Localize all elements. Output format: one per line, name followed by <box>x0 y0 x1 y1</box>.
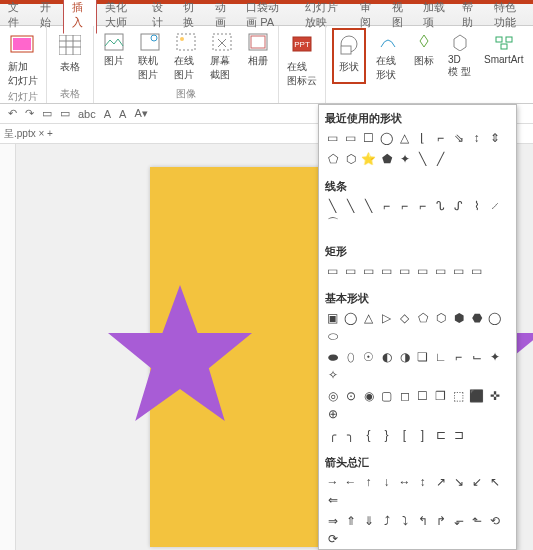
shape-option[interactable]: ⇘ <box>451 130 466 145</box>
mini-tool[interactable]: ▭ <box>58 107 72 120</box>
shape-option[interactable]: ⌐ <box>379 198 394 213</box>
shape-option[interactable]: ↔ <box>397 474 412 489</box>
shape-option[interactable]: ▭ <box>325 263 340 278</box>
shape-option[interactable]: ⬠ <box>415 310 430 325</box>
shape-option[interactable]: ⇒ <box>325 513 340 528</box>
shape-option[interactable]: ⟳ <box>325 531 340 546</box>
shape-option[interactable]: ⌊ <box>415 130 430 145</box>
shape-option[interactable]: ᔐ <box>433 198 448 213</box>
shape-option[interactable]: △ <box>397 130 412 145</box>
mini-tool[interactable]: ↶ <box>6 107 19 120</box>
shape-option[interactable]: ⬑ <box>469 513 484 528</box>
mini-tool[interactable]: A <box>102 108 113 120</box>
shape-option[interactable]: ╮ <box>343 427 358 442</box>
shape-option[interactable]: ▢ <box>379 388 394 403</box>
shape-option[interactable]: ╭ <box>325 427 340 442</box>
shape-option[interactable]: ▭ <box>433 263 448 278</box>
shape-option[interactable]: ╲ <box>415 151 430 166</box>
shape-option[interactable]: ▭ <box>469 263 484 278</box>
shape-option[interactable]: ▭ <box>379 263 394 278</box>
photo-album-button[interactable]: 相册 <box>244 28 272 84</box>
shape-option[interactable]: ⬡ <box>343 151 358 166</box>
shape-option[interactable]: ⤵ <box>397 513 412 528</box>
shape-option[interactable]: ] <box>415 427 430 442</box>
smartart-button[interactable]: SmartArt <box>482 28 525 84</box>
shape-option[interactable]: ☉ <box>361 349 376 364</box>
shape-option[interactable]: ⇕ <box>487 130 502 145</box>
shape-option[interactable]: ⌒ <box>325 216 340 231</box>
shape-option[interactable]: ✜ <box>487 388 502 403</box>
shape-option[interactable]: ✦ <box>397 151 412 166</box>
shape-option[interactable]: ⊏ <box>433 427 448 442</box>
mini-tool[interactable]: ↷ <box>23 107 36 120</box>
shape-option[interactable]: ╲ <box>325 198 340 213</box>
shape-option[interactable]: ↘ <box>451 474 466 489</box>
shape-option[interactable]: ⌐ <box>451 349 466 364</box>
shape-option[interactable]: ▭ <box>397 263 412 278</box>
shape-option[interactable]: ⬠ <box>325 151 340 166</box>
shape-option[interactable]: ↑ <box>361 474 376 489</box>
shape-option[interactable]: ⟋ <box>487 198 502 213</box>
shape-option[interactable]: ⬐ <box>451 513 466 528</box>
online-icon-button[interactable]: PPT在线 图标云 <box>285 28 319 90</box>
shape-option[interactable]: ᔑ <box>451 198 466 213</box>
shape-option[interactable]: ◯ <box>379 130 394 145</box>
shape-option[interactable]: ❐ <box>433 388 448 403</box>
shape-option[interactable]: ◑ <box>397 349 412 364</box>
mini-tool[interactable]: A▾ <box>132 107 149 120</box>
shape-option[interactable]: ⤴ <box>379 513 394 528</box>
shape-option[interactable]: ⟲ <box>487 513 502 528</box>
icons-button[interactable]: 图标 <box>410 28 438 84</box>
shape-option[interactable]: ↖ <box>487 474 502 489</box>
shape-option[interactable]: ⌐ <box>397 198 412 213</box>
shape-option[interactable]: ⇑ <box>343 513 358 528</box>
shape-option[interactable]: ╱ <box>433 151 448 166</box>
screenshot-button[interactable]: 屏幕截图 <box>208 28 236 84</box>
shape-option[interactable]: ⇐ <box>325 492 340 507</box>
shape-option[interactable]: ⬡ <box>433 310 448 325</box>
shape-option[interactable]: ⬬ <box>325 349 340 364</box>
shape-option[interactable]: ⬢ <box>451 310 466 325</box>
shape-option[interactable]: ◇ <box>397 310 412 325</box>
shape-option[interactable]: ↗ <box>433 474 448 489</box>
shape-option[interactable]: ◯ <box>487 310 502 325</box>
shape-option[interactable]: ⬣ <box>469 310 484 325</box>
shape-option[interactable]: ▭ <box>343 263 358 278</box>
shape-option[interactable]: ↙ <box>469 474 484 489</box>
shape-option[interactable]: ← <box>343 474 358 489</box>
shape-option[interactable]: { <box>361 427 376 442</box>
shape-option[interactable]: ❏ <box>415 349 430 364</box>
shape-option[interactable]: ◯ <box>343 310 358 325</box>
shape-option[interactable]: ⬟ <box>379 151 394 166</box>
shape-option[interactable]: ╲ <box>361 198 376 213</box>
slide-thumbnail-pane[interactable] <box>0 144 16 550</box>
shape-option[interactable]: ▷ <box>379 310 394 325</box>
shape-option[interactable]: ▣ <box>325 310 340 325</box>
shape-option[interactable]: ⊕ <box>325 406 340 421</box>
mini-tool[interactable]: ▭ <box>40 107 54 120</box>
new-slide-button[interactable]: 新加 幻灯片 <box>6 28 40 90</box>
shape-option[interactable]: ☐ <box>361 130 376 145</box>
shape-option[interactable]: ↱ <box>433 513 448 528</box>
shape-option[interactable]: ⊐ <box>451 427 466 442</box>
shape-option[interactable]: ↓ <box>379 474 394 489</box>
shape-option[interactable]: → <box>325 474 340 489</box>
shape-option[interactable]: ▭ <box>325 130 340 145</box>
shape-option[interactable]: ⬚ <box>451 388 466 403</box>
shape-option[interactable]: ⬯ <box>343 349 358 364</box>
shape-option[interactable]: ⌇ <box>469 198 484 213</box>
shape-option[interactable]: ▭ <box>361 263 376 278</box>
shape-option[interactable]: ↰ <box>415 513 430 528</box>
shape-option[interactable]: ✧ <box>325 367 340 382</box>
shape-option[interactable]: ⬛ <box>469 388 484 403</box>
shape-option[interactable]: ⌐ <box>433 130 448 145</box>
shape-option[interactable]: ▭ <box>451 263 466 278</box>
online-shapes-button[interactable]: 在线形状 <box>374 28 402 84</box>
online-shape-button[interactable]: 在线图片 <box>172 28 200 84</box>
shape-option[interactable]: ⊙ <box>343 388 358 403</box>
shape-option[interactable]: ▭ <box>343 130 358 145</box>
shape-option[interactable]: ╲ <box>343 198 358 213</box>
shape-option[interactable]: ◻ <box>397 388 412 403</box>
shape-option[interactable]: ⬭ <box>325 328 340 343</box>
shape-option[interactable]: ↕ <box>415 474 430 489</box>
